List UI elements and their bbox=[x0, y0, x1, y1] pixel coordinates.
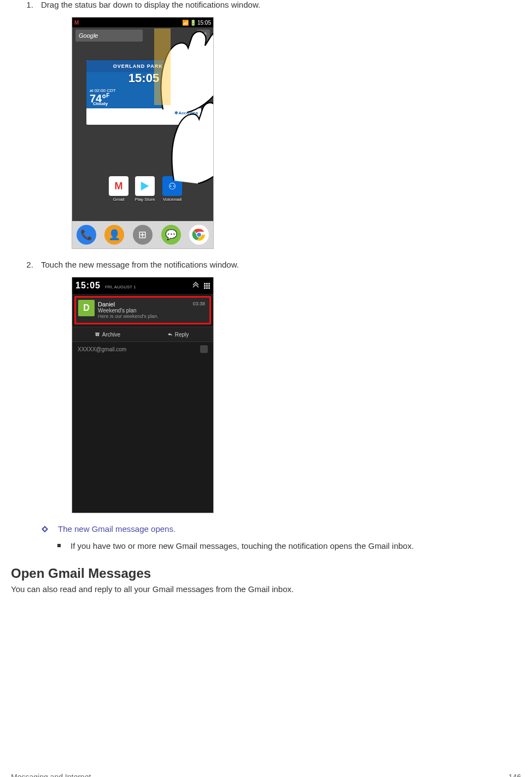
settings-grid-icon[interactable] bbox=[204, 283, 210, 289]
step-2: Touch the new message from the notificat… bbox=[36, 260, 521, 513]
ordered-steps: Drag the status bar down to display the … bbox=[11, 0, 521, 513]
section-paragraph: You can also read and reply to all your … bbox=[11, 584, 521, 594]
sender-name: Daniel bbox=[98, 301, 205, 308]
step-1: Drag the status bar down to display the … bbox=[36, 0, 521, 249]
status-time: 15:05 bbox=[197, 20, 211, 26]
app-voicemail[interactable]: ⚇ Voicemail bbox=[161, 176, 184, 202]
expand-icon[interactable] bbox=[192, 282, 200, 290]
account-email: XXXXX@gmail.com bbox=[78, 346, 126, 352]
search-label: Google bbox=[79, 32, 98, 39]
message-preview: Here is our weekend's plan. bbox=[98, 314, 205, 319]
account-row[interactable]: XXXXX@gmail.com bbox=[72, 341, 213, 356]
weather-temperature: 74°F Cloudy bbox=[90, 92, 109, 105]
diamond-bullet-icon bbox=[42, 526, 48, 532]
notif-time: 15:05 bbox=[75, 281, 101, 291]
notification-actions: Archive Reply bbox=[72, 327, 213, 341]
step-2-text: Touch the new message from the notificat… bbox=[41, 260, 239, 269]
notification-header: 15:05 FRI, AUGUST 1 bbox=[72, 277, 213, 294]
weather-widget[interactable]: OVERLAND PARK, KS 15:05 at 02:00 CDT 74°… bbox=[86, 60, 201, 125]
square-bullet-icon bbox=[57, 544, 61, 547]
result-bullet-text: The new Gmail message opens. bbox=[58, 524, 176, 534]
sender-avatar: D bbox=[78, 300, 95, 316]
phone-notification-panel: 15:05 FRI, AUGUST 1 D Daniel bbox=[72, 277, 214, 513]
voice-search-icon[interactable]: 🎤 bbox=[197, 30, 210, 42]
archive-button[interactable]: Archive bbox=[72, 327, 143, 341]
weather-location: OVERLAND PARK, KS bbox=[86, 60, 201, 72]
weather-brand: ❄ AccuWea bbox=[86, 108, 201, 117]
apps-icon[interactable]: ⊞ bbox=[133, 225, 153, 245]
chrome-icon[interactable] bbox=[189, 225, 209, 245]
drag-path-highlight bbox=[154, 28, 171, 105]
contacts-icon[interactable]: 👤 bbox=[104, 225, 124, 245]
section-heading: Open Gmail Messages bbox=[11, 566, 521, 581]
result-bullet: The new Gmail message opens. bbox=[42, 524, 521, 534]
mail-icon: M bbox=[74, 20, 79, 26]
sub-bullet-text: If you have two or more new Gmail messag… bbox=[71, 541, 414, 550]
footer-page-number: 146 bbox=[508, 773, 521, 777]
app-voicemail-label: Voicemail bbox=[161, 197, 184, 202]
app-gmail[interactable]: M Gmail bbox=[107, 176, 130, 202]
play-store-icon bbox=[135, 176, 155, 196]
reply-label: Reply bbox=[175, 332, 189, 338]
gmail-icon: M bbox=[109, 176, 128, 196]
svg-rect-3 bbox=[95, 333, 100, 334]
weather-clock: 15:05 bbox=[86, 71, 201, 85]
app-play-store[interactable]: Play Store bbox=[133, 176, 156, 202]
dock: 📞 👤 ⊞ 💬 bbox=[72, 221, 213, 248]
app-play-label: Play Store bbox=[133, 197, 156, 202]
archive-label: Archive bbox=[102, 332, 120, 338]
sub-bullet: If you have two or more new Gmail messag… bbox=[57, 540, 521, 553]
step-1-text: Drag the status bar down to display the … bbox=[41, 0, 260, 9]
weather-condition: Cloudy bbox=[93, 101, 108, 106]
phone-home-screen: M 📶 🔋 15:05 Google 🎤 OVERLAND bbox=[72, 17, 214, 249]
account-avatar-icon bbox=[200, 345, 208, 353]
message-subject: Weekend's plan bbox=[98, 308, 205, 314]
figure-1-home-screen: M 📶 🔋 15:05 Google 🎤 OVERLAND bbox=[72, 17, 521, 249]
messaging-icon[interactable]: 💬 bbox=[161, 225, 181, 245]
voicemail-icon: ⚇ bbox=[162, 176, 182, 196]
page-footer: Messaging and Internet 146 bbox=[11, 773, 521, 777]
footer-section-name: Messaging and Internet bbox=[11, 773, 91, 777]
message-time: 03:38 bbox=[192, 301, 205, 306]
reply-button[interactable]: Reply bbox=[143, 327, 213, 341]
battery-icon: 🔋 bbox=[190, 20, 196, 26]
notif-date: FRI, AUGUST 1 bbox=[105, 285, 136, 289]
signal-icon: 📶 bbox=[182, 20, 189, 26]
notification-item-highlighted[interactable]: D Daniel Weekend's plan Here is our week… bbox=[74, 296, 211, 324]
app-gmail-label: Gmail bbox=[107, 197, 130, 202]
status-bar: M 📶 🔋 15:05 bbox=[72, 18, 213, 27]
phone-icon[interactable]: 📞 bbox=[77, 225, 96, 245]
figure-2-notifications: 15:05 FRI, AUGUST 1 D Daniel bbox=[72, 277, 521, 513]
google-search-bar[interactable]: Google bbox=[75, 30, 143, 42]
